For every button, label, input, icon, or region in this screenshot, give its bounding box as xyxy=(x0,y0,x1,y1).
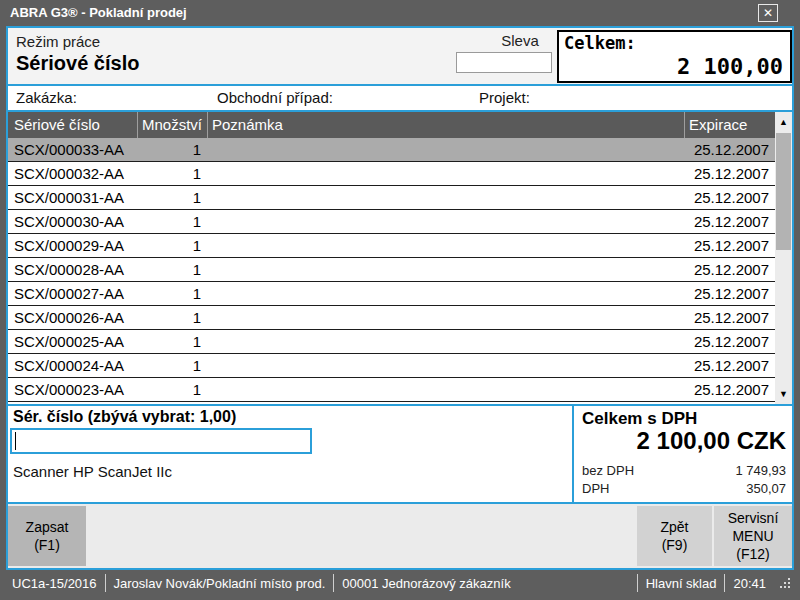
cell-quantity: 1 xyxy=(137,354,207,377)
status-separator xyxy=(637,574,638,592)
cell-serial: SCX/000029-AA xyxy=(8,234,137,257)
cell-quantity: 1 xyxy=(137,234,207,257)
scroll-down-icon: ▼ xyxy=(779,389,788,399)
cell-serial: SCX/000025-AA xyxy=(8,330,137,353)
vertical-scrollbar[interactable]: ▲ ▼ xyxy=(775,112,792,404)
business-case-label: Obchodní případ: xyxy=(217,89,333,106)
discount-field-group: Sleva xyxy=(456,32,558,73)
zpet-button-key: (F9) xyxy=(662,536,688,554)
cell-expiry: 25.12.2007 xyxy=(684,210,775,233)
table-row[interactable]: SCX/000030-AA 1 25.12.2007 xyxy=(8,210,775,234)
cell-note xyxy=(207,354,684,377)
grand-total-value: 2 100,00 CZK xyxy=(637,427,786,455)
table-row[interactable]: SCX/000032-AA 1 25.12.2007 xyxy=(8,162,775,186)
cell-serial: SCX/000031-AA xyxy=(8,186,137,209)
cell-note xyxy=(207,258,684,281)
cell-serial: SCX/000033-AA xyxy=(8,138,137,161)
cell-note xyxy=(207,330,684,353)
column-header-expiry[interactable]: Expirace xyxy=(684,112,775,138)
table-row[interactable]: SCX/000024-AA 1 25.12.2007 xyxy=(8,354,775,378)
serial-entry-wrap xyxy=(10,428,312,454)
status-separator xyxy=(724,574,725,592)
vat-label: DPH xyxy=(582,481,609,496)
servisni-menu-button[interactable]: Servisní MENU (F12) xyxy=(714,506,792,566)
cell-quantity: 1 xyxy=(137,282,207,305)
cell-note xyxy=(207,210,684,233)
totals-title: Celkem s DPH xyxy=(582,409,697,429)
zpet-button-label: Zpět xyxy=(660,518,688,536)
table-row[interactable]: SCX/000031-AA 1 25.12.2007 xyxy=(8,186,775,210)
discount-input[interactable] xyxy=(456,52,552,73)
vat-value: 350,07 xyxy=(746,481,786,496)
cell-note xyxy=(207,186,684,209)
scroll-up-icon: ▲ xyxy=(779,117,788,127)
cell-expiry: 25.12.2007 xyxy=(684,234,775,257)
net-value: 1 749,93 xyxy=(735,463,786,478)
work-mode-value: Sériové číslo xyxy=(16,52,139,75)
cell-quantity: 1 xyxy=(137,138,207,161)
status-document: UC1a-15/2016 xyxy=(10,576,99,591)
cell-quantity: 1 xyxy=(137,210,207,233)
zapsat-button-label: Zapsat xyxy=(26,518,69,536)
status-customer: 00001 Jednorázový zákazník xyxy=(340,576,512,591)
cell-expiry: 25.12.2007 xyxy=(684,306,775,329)
table-row[interactable]: SCX/000026-AA 1 25.12.2007 xyxy=(8,306,775,330)
total-label: Celkem: xyxy=(564,33,636,53)
cell-expiry: 25.12.2007 xyxy=(684,186,775,209)
table-row[interactable]: SCX/000029-AA 1 25.12.2007 xyxy=(8,234,775,258)
cell-expiry: 25.12.2007 xyxy=(684,162,775,185)
close-icon: ✕ xyxy=(763,6,773,20)
cell-expiry: 25.12.2007 xyxy=(684,378,775,401)
window-title: ABRA G3® - Pokladní prodej xyxy=(10,5,187,20)
entry-section: Sér. číslo (zbývá vybrat: 1,00) Scanner … xyxy=(8,406,792,502)
content-frame: Režim práce Sériové číslo Sleva Celkem: … xyxy=(6,26,794,570)
cell-expiry: 25.12.2007 xyxy=(684,354,775,377)
servis-button-label1: Servisní xyxy=(728,509,779,527)
total-display-box: Celkem: 2 100,00 xyxy=(557,30,792,83)
table-row[interactable]: SCX/000025-AA 1 25.12.2007 xyxy=(8,330,775,354)
scroll-up-button[interactable]: ▲ xyxy=(775,112,792,132)
total-value: 2 100,00 xyxy=(677,54,783,79)
serial-entry-input[interactable] xyxy=(10,428,312,454)
order-label: Zakázka: xyxy=(16,89,77,106)
table-header-row: Sériové číslo Množství Poznámka Expirace xyxy=(8,112,775,138)
cell-quantity: 1 xyxy=(137,186,207,209)
zapsat-button-key: (F1) xyxy=(34,536,60,554)
totals-panel: Celkem s DPH 2 100,00 CZK bez DPH 1 749,… xyxy=(574,406,792,502)
work-mode-label: Režim práce xyxy=(16,33,100,50)
cell-quantity: 1 xyxy=(137,258,207,281)
cell-serial: SCX/000032-AA xyxy=(8,162,137,185)
table-row[interactable]: SCX/000027-AA 1 25.12.2007 xyxy=(8,282,775,306)
serial-number-table: Sériové číslo Množství Poznámka Expirace… xyxy=(8,112,792,404)
cell-serial: SCX/000028-AA xyxy=(8,258,137,281)
project-label: Projekt: xyxy=(479,89,530,106)
context-row: Zakázka: Obchodní případ: Projekt: xyxy=(8,86,792,110)
cell-quantity: 1 xyxy=(137,162,207,185)
scroll-down-button[interactable]: ▼ xyxy=(775,384,792,404)
scrollbar-thumb[interactable] xyxy=(776,133,791,250)
cell-serial: SCX/000023-AA xyxy=(8,378,137,401)
cell-quantity: 1 xyxy=(137,330,207,353)
status-separator xyxy=(105,574,106,592)
column-header-quantity[interactable]: Množství xyxy=(137,112,207,138)
cell-quantity: 1 xyxy=(137,378,207,401)
cell-note xyxy=(207,138,684,161)
cell-note xyxy=(207,378,684,401)
button-bar: Zapsat (F1) Zpět (F9) Servisní MENU (F12… xyxy=(8,504,792,568)
cell-note xyxy=(207,162,684,185)
cell-quantity: 1 xyxy=(137,306,207,329)
column-header-note[interactable]: Poznámka xyxy=(207,112,684,138)
close-button[interactable]: ✕ xyxy=(758,4,778,22)
table-row[interactable]: SCX/000033-AA 1 25.12.2007 xyxy=(8,138,775,162)
table-row[interactable]: SCX/000028-AA 1 25.12.2007 xyxy=(8,258,775,282)
cell-expiry: 25.12.2007 xyxy=(684,258,775,281)
window-content: Režim práce Sériové číslo Sleva Celkem: … xyxy=(6,26,794,600)
zpet-button[interactable]: Zpět (F9) xyxy=(637,506,712,566)
cell-expiry: 25.12.2007 xyxy=(684,330,775,353)
resize-grip-icon[interactable] xyxy=(776,578,790,592)
zapsat-button[interactable]: Zapsat (F1) xyxy=(8,506,86,566)
column-header-serial[interactable]: Sériové číslo xyxy=(8,112,137,138)
table-row[interactable]: SCX/000023-AA 1 25.12.2007 xyxy=(8,378,775,402)
cell-expiry: 25.12.2007 xyxy=(684,138,775,161)
cell-serial: SCX/000027-AA xyxy=(8,282,137,305)
